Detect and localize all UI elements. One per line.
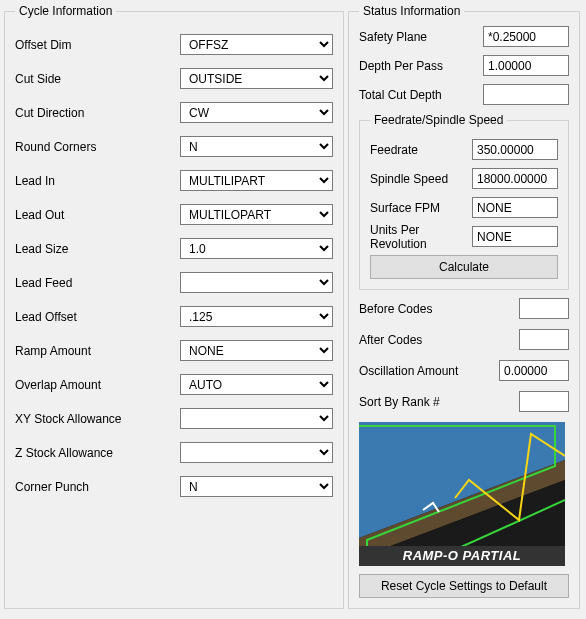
cycle-info-legend: Cycle Information [15,4,116,18]
spindle-speed-label: Spindle Speed [370,172,472,186]
calculate-button[interactable]: Calculate [370,255,558,279]
lead-offset-label: Lead Offset [15,310,180,324]
overlap-amount-combo[interactable]: AUTO [180,374,333,395]
ramp-illustration: RAMP-O PARTIAL [359,422,565,566]
round-corners-combo[interactable]: N [180,136,333,157]
status-info-legend: Status Information [359,4,464,18]
cut-side-combo[interactable]: OUTSIDE [180,68,333,89]
ramp-amount-combo[interactable]: NONE [180,340,333,361]
lead-in-label: Lead In [15,174,180,188]
oscillation-amount-label: Oscillation Amount [359,364,477,378]
lead-offset-combo[interactable]: .125 [180,306,333,327]
lead-out-combo[interactable]: MULTILOPART [180,204,333,225]
depth-per-pass-input[interactable] [483,55,569,76]
overlap-amount-label: Overlap Amount [15,378,180,392]
offset-dim-label: Offset Dim [15,38,180,52]
total-cut-depth-input[interactable] [483,84,569,105]
before-codes-input[interactable] [519,298,569,319]
units-per-rev-label: Units Per Revolution [370,223,472,251]
feedrate-spindle-group: Feedrate/Spindle Speed Feedrate Spindle … [359,113,569,290]
lead-feed-combo[interactable] [180,272,333,293]
corner-punch-combo[interactable]: N [180,476,333,497]
ramp-amount-label: Ramp Amount [15,344,180,358]
offset-dim-combo[interactable]: OFFSZ [180,34,333,55]
before-codes-label: Before Codes [359,302,477,316]
cut-direction-label: Cut Direction [15,106,180,120]
ramp-illustration-svg [359,422,565,566]
safety-plane-label: Safety Plane [359,30,477,44]
lead-feed-label: Lead Feed [15,276,180,290]
surface-fpm-label: Surface FPM [370,201,472,215]
cut-direction-combo[interactable]: CW [180,102,333,123]
cut-side-label: Cut Side [15,72,180,86]
round-corners-label: Round Corners [15,140,180,154]
depth-per-pass-label: Depth Per Pass [359,59,477,73]
feedrate-input[interactable] [472,139,558,160]
reset-cycle-button[interactable]: Reset Cycle Settings to Default [359,574,569,598]
units-per-rev-input[interactable] [472,226,558,247]
oscillation-amount-input[interactable] [499,360,569,381]
sort-by-rank-label: Sort By Rank # [359,395,477,409]
z-stock-combo[interactable] [180,442,333,463]
xy-stock-combo[interactable] [180,408,333,429]
lead-out-label: Lead Out [15,208,180,222]
lead-size-combo[interactable]: 1.0 [180,238,333,259]
status-information-group: Status Information Safety Plane Depth Pe… [348,4,580,609]
safety-plane-input[interactable] [483,26,569,47]
z-stock-label: Z Stock Allowance [15,446,180,460]
lead-size-label: Lead Size [15,242,180,256]
cycle-information-group: Cycle Information Offset Dim OFFSZ Cut S… [4,4,344,609]
surface-fpm-input[interactable] [472,197,558,218]
illustration-caption: RAMP-O PARTIAL [359,546,565,566]
feedrate-label: Feedrate [370,143,472,157]
xy-stock-label: XY Stock Allowance [15,412,180,426]
feedrate-legend: Feedrate/Spindle Speed [370,113,507,127]
after-codes-label: After Codes [359,333,477,347]
sort-by-rank-input[interactable] [519,391,569,412]
after-codes-input[interactable] [519,329,569,350]
spindle-speed-input[interactable] [472,168,558,189]
lead-in-combo[interactable]: MULTILIPART [180,170,333,191]
total-cut-depth-label: Total Cut Depth [359,88,477,102]
corner-punch-label: Corner Punch [15,480,180,494]
